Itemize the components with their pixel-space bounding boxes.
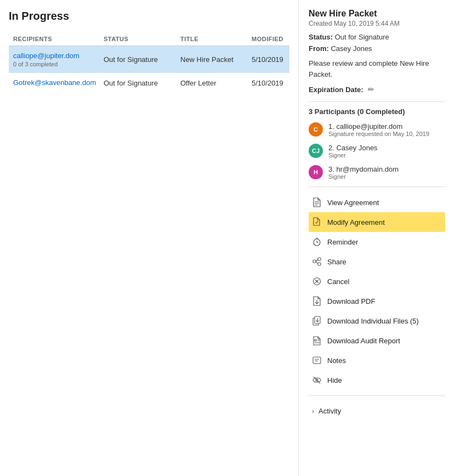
svg-rect-22 — [313, 357, 321, 364]
download-audit-button[interactable]: Download Audit Report — [309, 331, 445, 350]
participant-info: 1. calliope@jupiter.dom Signature reques… — [328, 122, 429, 137]
divider-3 — [309, 395, 445, 396]
recipient-cell: Gotrek@skavenbane.dom — [13, 78, 104, 88]
svg-rect-9 — [318, 263, 321, 265]
recipient-email: calliope@jupiter.dom — [13, 52, 104, 60]
download-individual-label: Download Individual Files (5) — [327, 317, 419, 325]
recipient-cell: calliope@jupiter.dom 0 of 3 completed — [13, 52, 104, 67]
avatar: C — [309, 122, 323, 137]
download-pdf-label: Download PDF — [327, 297, 375, 305]
cancel-button[interactable]: Cancel — [309, 271, 445, 291]
divider-2 — [309, 186, 445, 187]
modify-agreement-label: Modify Agreement — [327, 218, 385, 226]
download-files-icon — [312, 316, 322, 326]
participant-sub: Signature requested on May 10, 2019 — [328, 131, 429, 137]
download-pdf-icon — [312, 296, 322, 306]
activity-label: Activity — [318, 407, 341, 415]
notes-label: Notes — [327, 356, 346, 365]
status-label: Status: — [309, 33, 333, 41]
hide-icon — [312, 375, 322, 385]
participant-email: hr@mydomain.dom — [336, 165, 399, 173]
svg-line-11 — [316, 262, 318, 264]
participant-sub: Signer — [328, 173, 399, 180]
recipient-sub: 0 of 3 completed — [13, 61, 104, 67]
title-cell: Offer Letter — [180, 78, 252, 88]
download-audit-label: Download Audit Report — [327, 337, 400, 345]
participant-info: 3. hr@mydomain.dom Signer — [328, 165, 399, 180]
col-modified: MODIFIED — [252, 36, 301, 42]
modify-agreement-button[interactable]: Modify Agreement — [309, 212, 445, 232]
divider-1 — [309, 101, 445, 102]
activity-section[interactable]: › Activity — [309, 401, 445, 421]
expiry-label: Expiration Date: — [309, 86, 363, 94]
page-title: In Progress — [9, 10, 289, 22]
edit-expiry-icon[interactable]: ✏ — [368, 85, 374, 94]
notes-button[interactable]: Notes — [309, 350, 445, 370]
table-row[interactable]: Gotrek@skavenbane.dom Out for Signature … — [9, 73, 289, 93]
col-recipients: RECIPIENTS — [13, 36, 104, 42]
participant-number: 2. — [328, 144, 334, 152]
svg-rect-8 — [318, 258, 321, 260]
participant-item: C 1. calliope@jupiter.dom Signature requ… — [309, 122, 445, 137]
reminder-button[interactable]: Reminder — [309, 232, 445, 252]
from-label: From: — [309, 44, 329, 53]
detail-message: Please review and complete New Hire Pack… — [309, 58, 445, 80]
participant-sub: Signer — [328, 152, 378, 158]
title-cell: New Hire Packet — [180, 52, 252, 67]
table-row[interactable]: calliope@jupiter.dom 0 of 3 completed Ou… — [9, 46, 289, 73]
edit-doc-icon — [312, 217, 322, 227]
participant-item: CJ 2. Casey Jones Signer — [309, 144, 445, 158]
participant-name: 2. Casey Jones — [328, 144, 378, 152]
actions-section: View Agreement Modify Agreement — [309, 192, 445, 390]
share-label: Share — [327, 258, 346, 266]
hide-button[interactable]: Hide — [309, 370, 445, 390]
hide-label: Hide — [327, 376, 342, 384]
detail-title: New Hire Packet — [309, 9, 445, 19]
svg-rect-7 — [313, 260, 316, 263]
download-audit-icon — [312, 336, 322, 345]
participant-email: calliope@jupiter.dom — [336, 122, 402, 131]
svg-line-10 — [316, 259, 318, 262]
cancel-label: Cancel — [327, 277, 349, 286]
share-icon — [312, 257, 322, 267]
from-value: Casey Jones — [331, 44, 372, 53]
view-agreement-button[interactable]: View Agreement — [309, 192, 445, 212]
view-agreement-label: View Agreement — [327, 199, 379, 207]
left-panel: In Progress RECIPIENTS STATUS TITLE MODI… — [0, 0, 299, 476]
participant-name: 3. hr@mydomain.dom — [328, 165, 399, 173]
avatar: H — [309, 165, 323, 179]
table-header: RECIPIENTS STATUS TITLE MODIFIED — [9, 32, 289, 46]
share-button[interactable]: Share — [309, 252, 445, 271]
notes-icon — [312, 355, 322, 365]
col-title: TITLE — [180, 36, 252, 42]
status-value: Out for Signature — [335, 33, 389, 41]
svg-rect-19 — [315, 339, 316, 341]
detail-from-row: From: Casey Jones — [309, 44, 445, 53]
doc-icon — [312, 197, 322, 207]
detail-status-row: Status: Out for Signature — [309, 33, 445, 41]
download-individual-button[interactable]: Download Individual Files (5) — [309, 311, 445, 331]
participant-fullname: Casey Jones — [336, 144, 377, 152]
detail-created: Created May 10, 2019 5:44 AM — [309, 20, 445, 27]
clock-icon — [312, 237, 322, 247]
participant-name: 1. calliope@jupiter.dom — [328, 122, 429, 131]
participant-number: 1. — [328, 122, 334, 131]
recipient-email: Gotrek@skavenbane.dom — [13, 78, 104, 87]
detail-expiry-row: Expiration Date: ✏ — [309, 85, 445, 94]
col-status: STATUS — [104, 36, 180, 42]
reminder-label: Reminder — [327, 238, 358, 246]
download-pdf-button[interactable]: Download PDF — [309, 291, 445, 311]
modified-cell: 5/10/2019 — [252, 52, 301, 67]
status-cell: Out for Signature — [104, 78, 180, 88]
participant-number: 3. — [328, 165, 334, 173]
right-panel: New Hire Packet Created May 10, 2019 5:4… — [299, 0, 455, 476]
participant-item: H 3. hr@mydomain.dom Signer — [309, 165, 445, 180]
chevron-right-icon: › — [312, 407, 314, 415]
participants-header: 3 Participants (0 Completed) — [309, 107, 445, 116]
cancel-icon — [312, 276, 322, 286]
modified-cell: 5/10/2019 — [252, 78, 301, 88]
avatar: CJ — [309, 144, 323, 158]
status-cell: Out for Signature — [104, 52, 180, 67]
participant-info: 2. Casey Jones Signer — [328, 144, 378, 158]
